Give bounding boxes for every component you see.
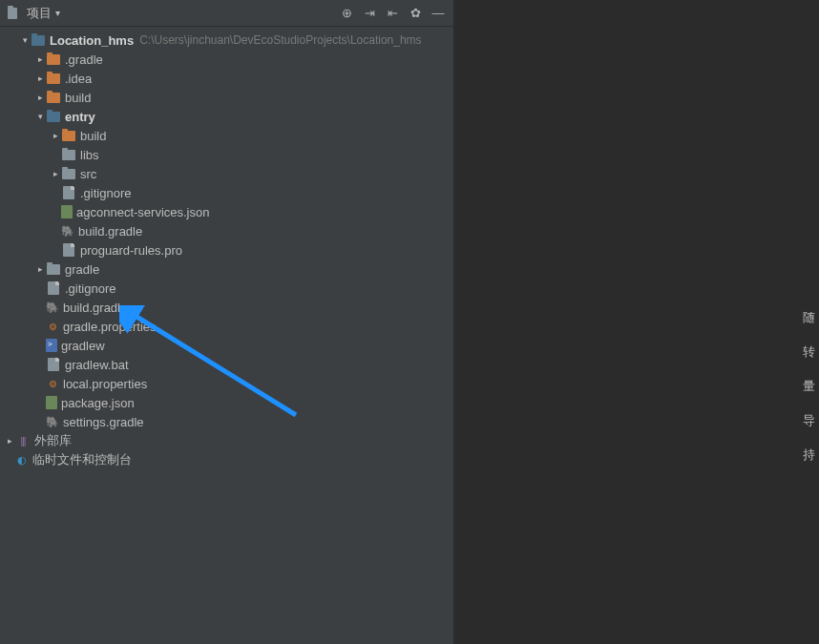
dropdown-icon[interactable]: ▾ <box>55 8 60 18</box>
tree-item[interactable]: entry <box>0 107 453 126</box>
hide-icon[interactable]: — <box>430 6 446 21</box>
folder-orange-icon <box>46 90 61 105</box>
rail-item[interactable]: 转 <box>803 343 815 361</box>
folder-module-icon <box>46 109 61 124</box>
tree-item-label: .gitignore <box>80 186 131 200</box>
external-libs-label: 外部库 <box>34 432 72 449</box>
chevron-right-icon[interactable] <box>50 169 61 178</box>
file-generic-icon <box>46 280 61 296</box>
gradle-icon-icon <box>46 415 59 428</box>
rail-item[interactable]: 持 <box>803 447 815 464</box>
tree-item[interactable]: .gitignore <box>0 183 453 202</box>
tree-item-label: gradle <box>65 262 99 277</box>
chevron-right-icon[interactable] <box>34 93 46 102</box>
scratches-label: 临时文件和控制台 <box>32 451 132 468</box>
tree-item[interactable]: build <box>0 88 453 107</box>
project-icon <box>8 6 23 21</box>
folder-grey-icon <box>61 147 76 162</box>
tree-item-label: build <box>80 129 106 143</box>
external-libraries[interactable]: 外部库 <box>0 431 453 450</box>
tree-item[interactable]: .gradle <box>0 50 453 69</box>
tree-item-label: .idea <box>65 72 92 86</box>
prop-icon-icon <box>46 377 59 390</box>
tree-item[interactable]: proguard-rules.pro <box>0 240 453 260</box>
gear-icon[interactable]: ✿ <box>408 6 423 21</box>
locate-icon[interactable]: ⊕ <box>339 6 354 21</box>
tree-item-label: entry <box>65 110 95 124</box>
project-name: Location_hms <box>50 33 134 48</box>
tree-item[interactable]: settings.gradle <box>0 412 453 431</box>
tree-item-label: libs <box>80 148 99 162</box>
project-tree[interactable]: Location_hms C:\Users\jinchuan\DevEcoStu… <box>0 27 453 644</box>
expand-icon[interactable]: ⇥ <box>362 6 377 21</box>
folder-grey-icon <box>46 261 61 277</box>
editor-area <box>454 0 819 644</box>
collapse-icon[interactable]: ⇤ <box>385 6 400 21</box>
json-icon-icon <box>46 396 57 409</box>
gradle-icon-icon <box>61 224 74 238</box>
tree-root[interactable]: Location_hms C:\Users\jinchuan\DevEcoStu… <box>0 31 453 50</box>
prop-icon-icon <box>46 320 59 333</box>
tree-item[interactable]: libs <box>0 145 453 164</box>
tree-item[interactable]: .idea <box>0 69 453 88</box>
project-folder-icon <box>31 32 46 48</box>
project-path: C:\Users\jinchuan\DevEcoStudioProjects\L… <box>139 33 421 47</box>
tree-item-label: build.gradle <box>78 224 142 239</box>
tree-item-label: gradle.properties <box>63 320 157 334</box>
tree-item[interactable]: local.properties <box>0 374 453 393</box>
tree-item[interactable]: .gitignore <box>0 279 453 298</box>
tree-item-label: settings.gradle <box>63 415 144 429</box>
tree-item[interactable]: build <box>0 126 453 145</box>
chevron-right-icon[interactable] <box>50 131 61 140</box>
scratch-icon <box>15 453 29 467</box>
file-generic-icon <box>61 185 76 200</box>
rail-item[interactable]: 量 <box>803 378 815 395</box>
tree-item-label: build.gradle <box>63 301 127 315</box>
folder-orange-icon <box>46 52 61 67</box>
rail-item[interactable]: 随 <box>803 309 815 326</box>
tree-item-label: gradlew.bat <box>65 358 129 372</box>
right-toolbar: 随 转 量 导 持 <box>799 305 819 467</box>
tree-item[interactable]: src <box>0 164 453 183</box>
tree-item-label: agconnect-services.json <box>76 205 209 219</box>
file-generic-icon <box>46 357 61 372</box>
panel-title: 项目 <box>27 5 52 22</box>
tree-item-label: .gradle <box>65 52 103 67</box>
tree-item[interactable]: agconnect-services.json <box>0 202 453 221</box>
tree-item[interactable]: package.json <box>0 393 453 412</box>
tree-item-label: gradlew <box>61 339 105 353</box>
tree-item[interactable]: gradle.properties <box>0 317 453 336</box>
folder-orange-icon <box>46 71 61 86</box>
tree-item-label: package.json <box>61 396 135 410</box>
panel-header: 项目 ▾ ⊕ ⇥ ⇤ ✿ — <box>0 0 453 27</box>
rail-item[interactable]: 导 <box>803 412 815 429</box>
folder-grey-icon <box>61 166 76 181</box>
chevron-down-icon[interactable] <box>34 112 46 121</box>
tree-item[interactable]: build.gradle <box>0 221 453 240</box>
library-icon <box>15 433 31 448</box>
tree-item[interactable]: gradlew.bat <box>0 355 453 374</box>
tree-item-label: proguard-rules.pro <box>80 243 182 258</box>
chevron-right-icon[interactable] <box>34 54 46 64</box>
tree-item-label: .gitignore <box>65 281 116 296</box>
gradle-icon-icon <box>46 301 59 314</box>
sh-icon-icon <box>46 339 57 352</box>
project-panel: 项目 ▾ ⊕ ⇥ ⇤ ✿ — Location_hms C:\Users\jin… <box>0 0 454 644</box>
chevron-right-icon[interactable] <box>34 264 46 274</box>
tree-item[interactable]: gradlew <box>0 336 453 355</box>
tree-item-label: src <box>80 167 96 181</box>
folder-orange-icon <box>61 128 76 143</box>
chevron-right-icon[interactable] <box>4 436 15 446</box>
scratches-consoles[interactable]: 临时文件和控制台 <box>0 450 453 469</box>
tree-item-label: build <box>65 91 91 105</box>
chevron-right-icon[interactable] <box>34 73 46 83</box>
tree-item[interactable]: gradle <box>0 260 453 279</box>
json-icon-icon <box>61 205 73 218</box>
chevron-down-icon[interactable] <box>19 35 31 45</box>
tree-item[interactable]: build.gradle <box>0 298 453 317</box>
file-generic-icon <box>61 242 76 258</box>
tree-item-label: local.properties <box>63 377 147 391</box>
